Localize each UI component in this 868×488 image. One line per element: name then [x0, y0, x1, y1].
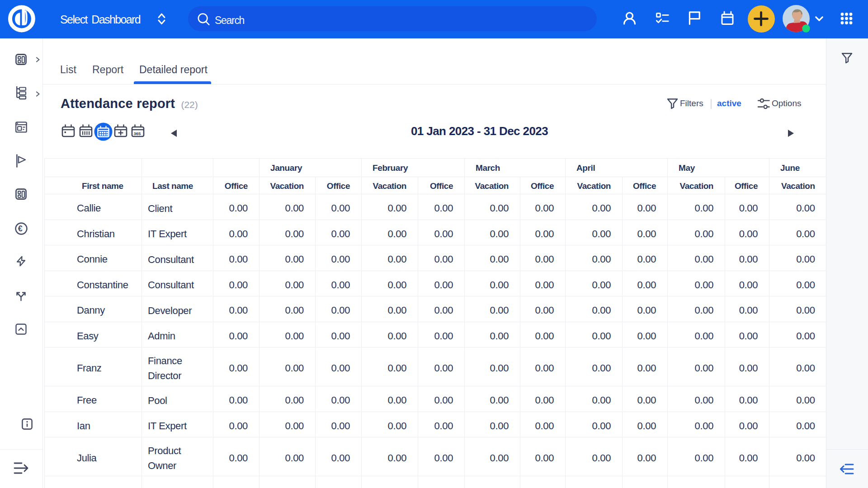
- svg-text:€: €: [18, 224, 23, 233]
- svg-text:365: 365: [134, 131, 142, 136]
